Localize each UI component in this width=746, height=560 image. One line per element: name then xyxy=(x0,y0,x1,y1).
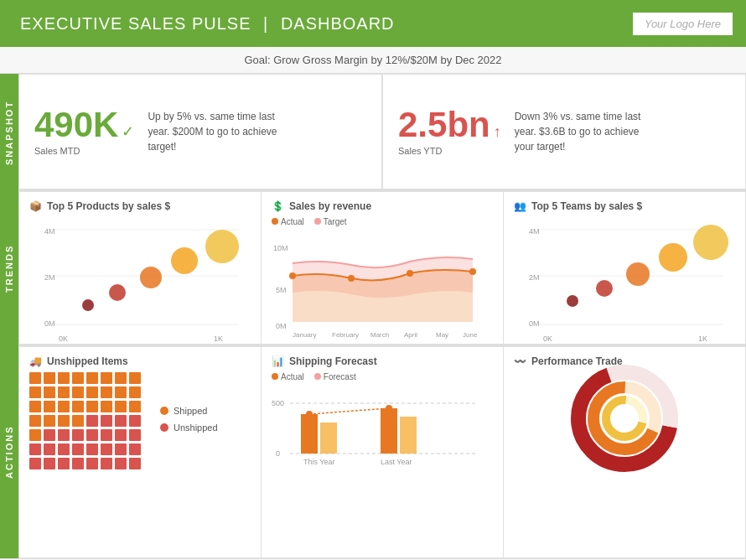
svg-rect-81 xyxy=(58,443,70,455)
svg-rect-47 xyxy=(29,386,41,398)
svg-rect-60 xyxy=(101,401,112,412)
svg-point-23 xyxy=(348,275,355,282)
svg-text:0K: 0K xyxy=(543,334,552,343)
svg-rect-65 xyxy=(58,415,70,427)
shipped-label: Shipped xyxy=(174,406,207,416)
revenue-legend-actual: Actual xyxy=(281,217,304,226)
svg-text:April: April xyxy=(404,331,417,339)
actions-forecast-card: 📊 Shipping Forecast Actual Forecast 500 … xyxy=(262,346,504,558)
sales-ytd-suffix: ↑ xyxy=(494,123,501,141)
svg-rect-48 xyxy=(44,386,55,398)
svg-text:4M: 4M xyxy=(529,227,540,236)
svg-rect-86 xyxy=(129,443,141,455)
unshipped-icon: 🚚 xyxy=(29,355,42,367)
svg-rect-84 xyxy=(101,443,112,455)
svg-rect-69 xyxy=(115,415,127,427)
svg-text:2M: 2M xyxy=(44,273,55,282)
svg-point-38 xyxy=(693,225,728,260)
svg-text:1K: 1K xyxy=(698,334,707,343)
svg-text:0M: 0M xyxy=(529,319,540,328)
svg-point-11 xyxy=(171,247,198,274)
svg-point-36 xyxy=(626,262,650,286)
svg-rect-67 xyxy=(86,415,98,427)
forecast-icon: 📊 xyxy=(272,355,284,367)
svg-rect-101 xyxy=(381,408,397,454)
unshipped-legend: Shipped Unshipped xyxy=(160,406,218,433)
forecast-title-text: Shipping Forecast xyxy=(289,355,377,367)
svg-rect-56 xyxy=(44,401,55,412)
unshipped-title-text: Unshipped Items xyxy=(47,355,128,367)
trends-teams-title: 👥 Top 5 Teams by sales $ xyxy=(514,200,735,212)
svg-rect-74 xyxy=(72,429,84,441)
svg-rect-59 xyxy=(86,401,98,412)
svg-text:This Year: This Year xyxy=(303,458,335,466)
svg-point-12 xyxy=(205,230,239,263)
svg-point-22 xyxy=(289,272,296,279)
trends-label: TRENDS xyxy=(0,191,18,346)
goal-text: Goal: Grow Gross Margin by 12%/$20M by D… xyxy=(244,54,501,66)
forecast-legend-forecast: Forecast xyxy=(324,372,356,381)
svg-text:2M: 2M xyxy=(529,273,540,282)
svg-text:0: 0 xyxy=(276,449,280,458)
svg-rect-92 xyxy=(101,458,112,469)
svg-rect-102 xyxy=(400,417,417,454)
svg-rect-73 xyxy=(58,429,70,441)
svg-rect-45 xyxy=(115,372,127,384)
svg-rect-66 xyxy=(72,415,84,427)
svg-point-10 xyxy=(140,267,162,288)
header: EXECUTIVE SALES PULSE | DASHBOARD Your L… xyxy=(0,0,746,47)
svg-rect-77 xyxy=(115,429,127,441)
actions-label: ACTIONS xyxy=(0,346,18,558)
unshipped-waffle xyxy=(29,372,147,481)
actions-forecast-title: 📊 Shipping Forecast xyxy=(272,355,493,367)
sales-mtd-suffix: ✓ xyxy=(122,122,134,141)
svg-rect-88 xyxy=(44,458,55,469)
performance-donut-container xyxy=(514,372,735,464)
forecast-legend: Actual Forecast xyxy=(272,372,493,381)
svg-point-9 xyxy=(109,284,126,301)
svg-rect-79 xyxy=(29,443,41,455)
app-title: EXECUTIVE SALES PULSE xyxy=(20,14,251,33)
teams-title-text: Top 5 Teams by sales $ xyxy=(531,200,642,212)
svg-rect-93 xyxy=(115,458,127,469)
svg-rect-83 xyxy=(86,443,98,455)
svg-rect-99 xyxy=(301,414,318,454)
svg-text:500: 500 xyxy=(272,399,284,407)
svg-rect-55 xyxy=(29,401,41,412)
svg-rect-87 xyxy=(29,458,41,469)
svg-rect-80 xyxy=(44,443,55,455)
svg-rect-75 xyxy=(86,429,98,441)
svg-rect-90 xyxy=(72,458,84,469)
svg-text:0K: 0K xyxy=(59,334,68,343)
app-subtitle: DASHBOARD xyxy=(281,14,395,33)
actions-unshipped-title: 🚚 Unshipped Items xyxy=(29,355,251,367)
sales-mtd-label: Sales MTD xyxy=(34,146,134,156)
svg-rect-40 xyxy=(44,372,55,384)
svg-rect-64 xyxy=(44,415,55,427)
snapshot-card-mtd: 490K ✓ Sales MTD Up by 5% vs. same time … xyxy=(18,74,382,189)
svg-rect-78 xyxy=(129,429,141,441)
svg-text:0M: 0M xyxy=(44,319,55,328)
svg-rect-85 xyxy=(115,443,127,455)
svg-text:May: May xyxy=(436,331,448,339)
revenue-legend: Actual Target xyxy=(272,217,493,226)
svg-rect-58 xyxy=(72,401,84,412)
trends-revenue-card: 💲 Sales by revenue Actual Target 10M 5M … xyxy=(262,191,504,345)
products-icon: 📦 xyxy=(29,200,42,212)
products-title-text: Top 5 Products by sales $ xyxy=(47,200,170,212)
svg-rect-42 xyxy=(72,372,84,384)
svg-line-107 xyxy=(309,408,389,414)
performance-donut-chart xyxy=(557,355,692,481)
svg-text:10M: 10M xyxy=(273,244,288,252)
svg-rect-41 xyxy=(58,372,70,384)
trends-products-card: 📦 Top 5 Products by sales $ 4M 2M 0M 0K … xyxy=(18,191,262,345)
svg-rect-44 xyxy=(101,372,112,384)
header-title: EXECUTIVE SALES PULSE | DASHBOARD xyxy=(13,14,395,34)
sales-mtd-desc: Up by 5% vs. same time last year. $200M … xyxy=(148,109,282,154)
actions-performance-card: 〰️ Performance Trade xyxy=(504,346,746,558)
logo: Your Logo Here xyxy=(633,13,733,35)
svg-text:March: March xyxy=(370,331,389,339)
svg-text:February: February xyxy=(332,331,359,339)
svg-rect-82 xyxy=(72,443,84,455)
svg-text:1K: 1K xyxy=(214,334,223,343)
